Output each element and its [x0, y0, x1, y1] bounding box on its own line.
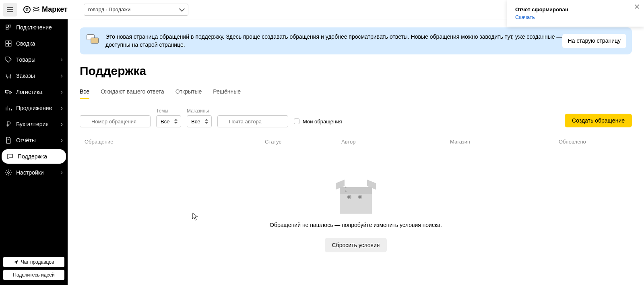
th-updated: Обновлено — [559, 139, 632, 145]
topics-select[interactable]: Все — [156, 115, 181, 127]
sidebar-item-accounting[interactable]: Бухгалтерия — [0, 116, 68, 132]
truck-icon — [5, 88, 12, 96]
checkbox-icon — [294, 119, 299, 124]
filters-row: Темы Все Магазины Все Мои обращения Созд… — [80, 108, 632, 127]
sidebar-item-reports[interactable]: Отчёты — [0, 132, 68, 148]
brand[interactable]: Я Маркет — [23, 5, 68, 14]
my-tickets-checkbox[interactable]: Мои обращения — [294, 115, 342, 127]
tab-all[interactable]: Все — [80, 85, 89, 99]
topics-label: Темы — [156, 108, 181, 114]
sidebar-item-label: Подключение — [16, 24, 63, 31]
toast-download-link[interactable]: Скачать — [515, 14, 630, 20]
svg-point-5 — [10, 93, 11, 94]
ruble-icon — [5, 121, 12, 128]
svg-point-6 — [8, 172, 10, 174]
sidebar-item-label: Отчёты — [16, 137, 59, 144]
author-email-input[interactable] — [217, 115, 288, 127]
gear-icon — [5, 169, 12, 176]
th-ticket: Обращение — [80, 139, 265, 145]
sidebar-item-support[interactable]: Поддержка — [2, 149, 66, 164]
chat-icon — [6, 153, 14, 160]
sellers-chat-button[interactable]: Чат продавцов — [3, 257, 64, 267]
sidebar-item-summary[interactable]: Сводка — [0, 35, 68, 52]
sidebar-item-products[interactable]: Товары — [0, 52, 68, 68]
chat-bubbles-icon — [86, 33, 100, 47]
tabs: Все Ожидают вашего ответа Открытые Решён… — [80, 85, 632, 99]
sidebar-item-label: Бухгалтерия — [16, 121, 59, 127]
share-idea-button[interactable]: Поделитесь идеей — [3, 270, 64, 280]
sidebar-item-label: Продвижение — [16, 105, 59, 111]
sidebar-item-orders[interactable]: Заказы — [0, 68, 68, 84]
sidebar-item-connect[interactable]: Подключение — [0, 19, 68, 35]
ticket-number-input[interactable] — [80, 115, 151, 127]
sidebar: Подключение Сводка Товары Заказы Логисти… — [0, 19, 68, 285]
dashboard-icon — [5, 40, 12, 47]
brand-name: Маркет — [42, 5, 68, 14]
svg-rect-3 — [9, 44, 11, 46]
account-selector-label: говард · Продажи — [88, 6, 130, 12]
empty-state-text: Обращений не нашлось — попробуйте измени… — [80, 222, 632, 228]
sellers-chat-label: Чат продавцов — [21, 259, 54, 265]
old-page-button[interactable]: На старую страницу — [562, 34, 626, 48]
chart-icon — [5, 104, 12, 112]
shops-label: Магазины — [187, 108, 212, 114]
my-tickets-label: Мои обращения — [303, 119, 342, 125]
plug-icon — [5, 24, 12, 31]
cart-icon — [5, 72, 12, 79]
sidebar-item-label: Настройки — [16, 169, 59, 176]
svg-rect-2 — [6, 44, 8, 46]
paper-plane-icon — [14, 260, 19, 264]
tab-open[interactable]: Открытые — [175, 85, 202, 99]
tab-resolved[interactable]: Решённые — [213, 85, 241, 99]
table-header: Обращение Статус Автор Магазин Обновлено — [80, 139, 632, 149]
hamburger-button[interactable] — [3, 3, 17, 17]
sidebar-item-promo[interactable]: Продвижение — [0, 100, 68, 116]
sidebar-item-label: Сводка — [16, 40, 63, 47]
tag-icon — [5, 56, 12, 63]
sidebar-item-label: Поддержка — [18, 153, 61, 160]
svg-rect-0 — [6, 41, 8, 43]
share-idea-label: Поделитесь идеей — [13, 272, 54, 278]
th-shop: Магазин — [450, 139, 559, 145]
brand-ya-icon: Я — [23, 6, 31, 13]
sidebar-item-logistics[interactable]: Логистика — [0, 84, 68, 100]
page-title: Поддержка — [80, 64, 632, 78]
info-banner: Это новая страница обращений в поддержку… — [80, 27, 632, 54]
sidebar-item-settings[interactable]: Настройки — [0, 164, 68, 181]
empty-state: ▲ ▲ ◉ ◉ Обращений не нашлось — попробуйт… — [80, 149, 632, 252]
reset-filters-button[interactable]: Сбросить условия — [325, 238, 387, 252]
close-icon[interactable]: ✕ — [634, 2, 640, 11]
document-icon — [5, 137, 12, 144]
th-status: Статус — [265, 139, 341, 145]
shops-select[interactable]: Все — [187, 115, 212, 127]
empty-box-icon: ▲ ▲ ◉ ◉ — [336, 181, 376, 214]
toast-notification: ✕ Отчёт сформирован Скачать — [507, 0, 644, 27]
sidebar-item-label: Товары — [16, 56, 59, 63]
create-ticket-button[interactable]: Создать обращение — [565, 114, 632, 127]
main-content: Это новая страница обращений в поддержку… — [68, 19, 644, 285]
sidebar-item-label: Заказы — [16, 73, 59, 79]
svg-point-4 — [6, 93, 7, 94]
svg-rect-8 — [91, 38, 99, 44]
banner-text: Это новая страница обращений в поддержку… — [105, 33, 562, 48]
th-author: Автор — [341, 139, 450, 145]
sidebar-item-label: Логистика — [16, 89, 59, 95]
account-selector[interactable]: говард · Продажи — [84, 4, 188, 16]
toast-title: Отчёт сформирован — [515, 6, 630, 12]
svg-rect-1 — [9, 41, 11, 43]
tab-awaiting[interactable]: Ожидают вашего ответа — [101, 85, 164, 99]
brand-market-icon — [32, 6, 40, 14]
